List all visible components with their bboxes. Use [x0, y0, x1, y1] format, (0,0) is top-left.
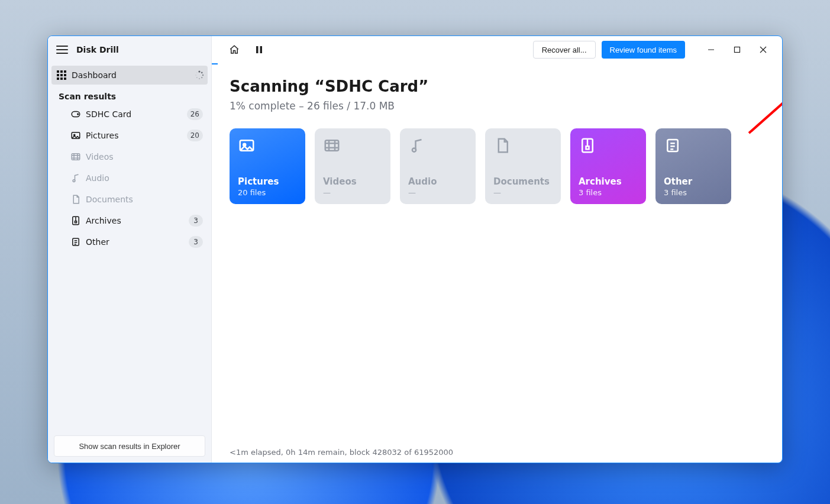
svg-rect-4 [60, 74, 63, 76]
svg-rect-1 [60, 70, 63, 73]
maximize-button[interactable] [724, 40, 750, 59]
scan-subtitle: 1% complete – 26 files / 17.0 MB [230, 100, 764, 112]
sidebar-item-audio[interactable]: Audio [48, 167, 211, 189]
sidebar-item-sdhc-card[interactable]: SDHC Card26 [48, 104, 211, 125]
svg-point-26 [73, 180, 75, 182]
card-label: Videos [323, 176, 382, 187]
sidebar-list: SDHC Card26Pictures20VideosAudioDocument… [48, 104, 211, 253]
recover-all-button[interactable]: Recover all... [533, 41, 596, 59]
document-icon [493, 137, 511, 154]
audio-icon [408, 137, 426, 154]
sidebar-footer: Show scan results in Explorer [48, 429, 211, 463]
card-pictures[interactable]: Pictures20 files [230, 128, 305, 204]
sidebar-item-pictures[interactable]: Pictures20 [48, 125, 211, 146]
sidebar-item-label: Audio [86, 173, 109, 183]
svg-rect-7 [60, 77, 63, 80]
show-in-explorer-button[interactable]: Show scan results in Explorer [54, 435, 205, 457]
svg-rect-6 [57, 77, 59, 80]
content: Scanning “SDHC Card” 1% complete – 26 fi… [212, 64, 782, 441]
sidebar-item-label: Documents [86, 195, 133, 204]
app-title: Disk Drill [76, 45, 119, 54]
svg-rect-37 [735, 47, 740, 53]
card-label: Documents [493, 176, 553, 187]
sidebar-item-archives[interactable]: Archives3 [48, 210, 211, 231]
archive-icon [70, 215, 81, 226]
svg-point-18 [77, 114, 79, 115]
maximize-icon [734, 46, 741, 53]
svg-rect-5 [64, 74, 66, 76]
video-icon [70, 151, 81, 162]
svg-rect-8 [64, 77, 66, 80]
card-audio[interactable]: Audio— [400, 128, 476, 204]
sidebar-item-documents[interactable]: Documents [48, 189, 211, 210]
grid-icon [56, 70, 67, 80]
card-count: 3 files [579, 188, 638, 197]
card-count: — [493, 188, 553, 197]
status-bar: <1m elapsed, 0h 14m remain, block 428032… [212, 441, 782, 463]
svg-point-14 [196, 77, 198, 78]
minimize-icon [708, 46, 715, 53]
svg-point-12 [201, 77, 202, 78]
count-badge: 3 [189, 215, 203, 227]
archive-icon [579, 137, 596, 154]
count-badge: 26 [187, 108, 203, 120]
close-icon [760, 46, 767, 53]
card-label: Audio [408, 176, 467, 187]
category-cards: Pictures20 filesVideos—Audio—Documents—A… [230, 128, 764, 204]
svg-rect-50 [586, 146, 589, 149]
sidebar-item-other[interactable]: Other3 [48, 231, 211, 253]
progress-fill [212, 63, 218, 64]
window-controls [698, 40, 776, 59]
svg-rect-42 [325, 140, 339, 151]
other-icon [70, 237, 81, 247]
other-icon [664, 137, 682, 154]
card-count: 20 files [238, 188, 297, 197]
card-documents[interactable]: Documents— [485, 128, 561, 204]
svg-point-10 [201, 72, 203, 73]
main: Recover all... Review found items [212, 36, 782, 463]
sidebar-nav: Dashboard [48, 63, 211, 85]
progress-bar [212, 63, 782, 64]
sidebar-item-label: Archives [86, 216, 121, 225]
card-videos[interactable]: Videos— [315, 128, 390, 204]
toolbar: Recover all... Review found items [212, 36, 782, 63]
svg-rect-34 [256, 46, 259, 53]
sidebar-header: Disk Drill [48, 36, 211, 63]
card-label: Other [664, 176, 723, 187]
nav-dashboard[interactable]: Dashboard [51, 66, 208, 85]
svg-point-9 [198, 70, 200, 72]
scan-title: Scanning “SDHC Card” [230, 77, 764, 95]
video-icon [323, 137, 341, 154]
sidebar-item-label: SDHC Card [86, 109, 131, 119]
card-other[interactable]: Other3 files [655, 128, 731, 204]
svg-rect-0 [57, 70, 59, 73]
count-badge: 20 [187, 130, 203, 141]
menu-icon[interactable] [56, 46, 68, 54]
image-icon [70, 130, 81, 141]
svg-rect-29 [75, 221, 77, 223]
status-text: <1m elapsed, 0h 14m remain, block 428032… [230, 448, 453, 457]
pause-button[interactable] [248, 40, 270, 59]
sidebar-item-videos[interactable]: Videos [48, 146, 211, 167]
minimize-button[interactable] [698, 40, 724, 59]
sidebar-section-title: Scan results [48, 85, 211, 104]
sidebar-item-label: Pictures [86, 131, 118, 140]
svg-point-15 [195, 75, 196, 76]
sidebar: Disk Drill Dashboard Scan results SDHC C… [48, 36, 212, 463]
svg-rect-3 [57, 74, 59, 76]
card-count: — [323, 188, 382, 197]
count-badge: 3 [189, 236, 203, 248]
svg-rect-35 [260, 46, 263, 53]
audio-icon [70, 173, 81, 183]
spinner-icon [195, 70, 204, 80]
home-button[interactable] [224, 40, 245, 59]
svg-point-16 [196, 72, 197, 73]
close-button[interactable] [750, 40, 776, 59]
pause-icon [255, 46, 263, 54]
svg-rect-2 [64, 70, 66, 73]
review-found-items-button[interactable]: Review found items [602, 41, 685, 59]
document-icon [70, 194, 81, 205]
svg-point-11 [202, 75, 204, 76]
nav-dashboard-label: Dashboard [72, 70, 117, 80]
card-archives[interactable]: Archives3 files [570, 128, 646, 204]
